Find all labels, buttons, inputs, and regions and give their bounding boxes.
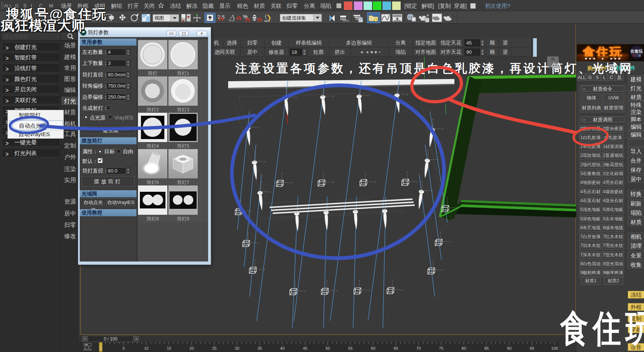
- svg-text:{: {: [265, 13, 267, 19]
- svg-text:5: 5: [122, 346, 125, 351]
- svg-text:30: 30: [235, 346, 239, 351]
- svg-text:视图: 视图: [154, 15, 164, 21]
- svg-text:45: 45: [303, 346, 307, 351]
- svg-text:65: 65: [394, 346, 398, 351]
- svg-text:0: 0: [100, 346, 102, 351]
- svg-text:50: 50: [325, 346, 330, 351]
- svg-text:100: 100: [551, 346, 558, 351]
- svg-text:40: 40: [280, 346, 285, 351]
- svg-text:70: 70: [416, 346, 421, 351]
- svg-text:60: 60: [371, 346, 375, 351]
- svg-text:85: 85: [484, 346, 489, 351]
- svg-text:10: 10: [144, 346, 148, 351]
- svg-text:25: 25: [212, 346, 217, 351]
- svg-text:2.5: 2.5: [217, 14, 225, 20]
- svg-text:75: 75: [439, 346, 443, 351]
- svg-text:20: 20: [189, 346, 194, 351]
- svg-text:95: 95: [530, 346, 534, 351]
- svg-text:ABC: ABC: [264, 19, 270, 23]
- svg-text:80: 80: [461, 346, 466, 351]
- svg-text:创建选择集: 创建选择集: [282, 15, 306, 21]
- svg-text:35: 35: [257, 346, 262, 351]
- svg-text:90: 90: [507, 346, 512, 351]
- svg-text:55: 55: [348, 346, 352, 351]
- svg-text:15: 15: [167, 346, 171, 351]
